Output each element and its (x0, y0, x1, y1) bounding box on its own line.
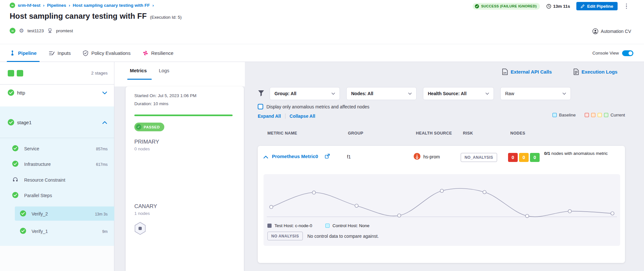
headphones-icon (12, 176, 18, 183)
more-options-menu[interactable] (624, 2, 629, 10)
stage-status-square (8, 70, 14, 76)
breadcrumb-pipeline-name[interactable]: Host sampling canary testing with FF (73, 3, 150, 8)
chevron-down-icon (408, 93, 412, 95)
col-risk: RISK (463, 131, 473, 136)
current-yellow-swatch (598, 113, 602, 117)
external-api-calls-link[interactable]: API External API Calls (502, 68, 552, 75)
canary-node-hexagon[interactable] (134, 222, 146, 235)
current-red-swatch (585, 113, 589, 117)
chevron-down-icon (485, 93, 489, 95)
success-check-icon (12, 145, 18, 151)
divider (0, 138, 114, 138)
canary-node-count: 1 nodes (134, 211, 150, 216)
document-icon (573, 68, 579, 75)
chevron-down-icon (332, 93, 335, 95)
col-health-source: HEALTH SOURCE (416, 131, 452, 136)
status-badge: SUCCESS (FAILURE IGNORED) (473, 3, 540, 10)
sidebar-step-verify-1[interactable]: Verify_1 9m (0, 226, 114, 237)
health-source-value: hs-prom (423, 154, 440, 159)
tab-policy-evaluations[interactable]: Policy Evaluations (83, 44, 130, 62)
stages-summary-row: 2 stages (0, 62, 114, 85)
chevron-up-icon[interactable] (102, 121, 107, 124)
clock-icon (546, 4, 551, 9)
breadcrumb-pipelines[interactable]: Pipelines (47, 3, 66, 8)
collapse-metric-chevron[interactable] (264, 156, 268, 158)
tab-logs[interactable]: Logs (159, 68, 169, 73)
col-group: GROUP (348, 131, 363, 136)
stage-count: 2 stages (91, 71, 108, 75)
elapsed-time: 13m 11s (546, 4, 570, 9)
gear-icon: ⚙ (19, 28, 24, 34)
health-source-filter-dropdown[interactable]: Health Source: All (423, 87, 494, 100)
expand-all-link[interactable]: Expand All (258, 114, 281, 119)
sidebar-step-parallel-steps[interactable]: Parallel Steps (0, 190, 114, 201)
no-analysis-reason: No control data to compare against. (307, 234, 379, 239)
baseline-swatch (553, 113, 557, 117)
success-check-icon (12, 161, 18, 167)
tab-pipeline[interactable]: Pipeline (10, 44, 37, 62)
prometheus-icon (414, 153, 420, 160)
col-metric-name: METRIC NAME (267, 131, 297, 136)
metrics-analysis-panel: API External API Calls Execution Logs Gr… (245, 62, 644, 271)
tab-inputs[interactable]: Inputs (49, 44, 71, 62)
check-circle-icon (475, 4, 479, 8)
line-chart-canvas[interactable] (267, 174, 617, 223)
chevron-down-icon[interactable] (102, 92, 107, 94)
breadcrumb-separator: › (43, 3, 45, 8)
sidebar-stage-http[interactable]: http (0, 85, 114, 106)
external-link-icon[interactable] (325, 154, 330, 159)
nodes-filter-dropdown[interactable]: Nodes: All (346, 87, 417, 100)
main-tabbar: Pipeline Inputs Policy Evaluations Resil… (0, 44, 644, 62)
resilience-icon (143, 50, 148, 56)
success-check-icon (20, 228, 26, 234)
col-nodes: NODES (510, 131, 525, 136)
verification-summary-card: Started On: Jul 5, 2023 1:06 PM Duration… (126, 86, 244, 271)
breadcrumb: ∞ srm-hf-test › Pipelines › Host samplin… (10, 3, 154, 8)
active-tab-underline (127, 79, 152, 80)
sidebar-step-verify-2[interactable]: Verify_2 13m 3s (0, 208, 114, 219)
metric-group-value: f1 (347, 154, 351, 159)
data-type-dropdown[interactable]: Raw (500, 87, 571, 100)
pipeline-icon (10, 50, 15, 56)
sidebar-step-service[interactable]: Service 857ms (0, 143, 114, 154)
warning-node-count-yellow: 0 (519, 153, 529, 162)
verification-summary-panel: Metrics Logs Started On: Jul 5, 2023 1:0… (114, 62, 245, 271)
anomalous-only-label: Display only anomalous metrics and affec… (266, 104, 370, 109)
breadcrumb-separator: › (152, 3, 154, 8)
filter-icon[interactable] (258, 90, 264, 97)
metric-name-link[interactable]: Prometheus Metric0 (272, 154, 318, 159)
sidebar-step-resource-constraint[interactable]: Resource Constraint (0, 175, 114, 186)
api-document-icon: API (502, 68, 508, 75)
console-view-label: Console View (592, 51, 619, 55)
current-green-swatch (604, 113, 608, 117)
success-check-icon (8, 119, 14, 125)
started-on: Started On: Jul 5, 2023 1:06 PM (134, 93, 197, 98)
group-filter-dropdown[interactable]: Group: All (270, 87, 340, 100)
breadcrumb-project[interactable]: srm-hf-test (18, 3, 41, 8)
shield-check-icon (83, 50, 88, 56)
inputs-icon (49, 51, 55, 56)
canary-label: CANARY (134, 203, 157, 210)
healthy-node-count-green: 0 (530, 153, 540, 162)
execution-logs-link[interactable]: Execution Logs (573, 68, 618, 75)
console-view-toggle[interactable] (622, 50, 633, 56)
collapse-all-link[interactable]: Collapse All (290, 114, 315, 119)
anomalous-only-checkbox[interactable] (258, 104, 263, 109)
chevron-down-icon (562, 93, 566, 95)
user-avatar-icon (592, 28, 598, 34)
sidebar-step-infrastructure[interactable]: Infrastructure 617ms (0, 159, 114, 170)
sidebar-stage-stage1[interactable]: stage1 (0, 114, 114, 136)
primary-node-count: 0 nodes (134, 146, 150, 151)
execution-stages-sidebar: 2 stages http stage1 Service 857ms Infra… (0, 62, 114, 271)
edit-pipeline-button[interactable]: Edit Pipeline (576, 2, 617, 10)
execution-id: (Execution Id: 5) (150, 15, 181, 20)
tab-metrics[interactable]: Metrics (130, 68, 147, 73)
check-icon: ✓ (136, 124, 141, 130)
divider (285, 114, 285, 119)
verification-duration: Duration: 10 mins (134, 101, 168, 106)
sidebar-footer (0, 246, 114, 271)
metric-timeseries-chart[interactable]: Test Host: c-node-0 Control Host: None N… (264, 174, 620, 246)
tab-resilience[interactable]: Resilience (143, 44, 173, 62)
page-header: ∞ srm-hf-test › Pipelines › Host samplin… (0, 0, 644, 44)
breadcrumb-separator: › (69, 3, 70, 8)
